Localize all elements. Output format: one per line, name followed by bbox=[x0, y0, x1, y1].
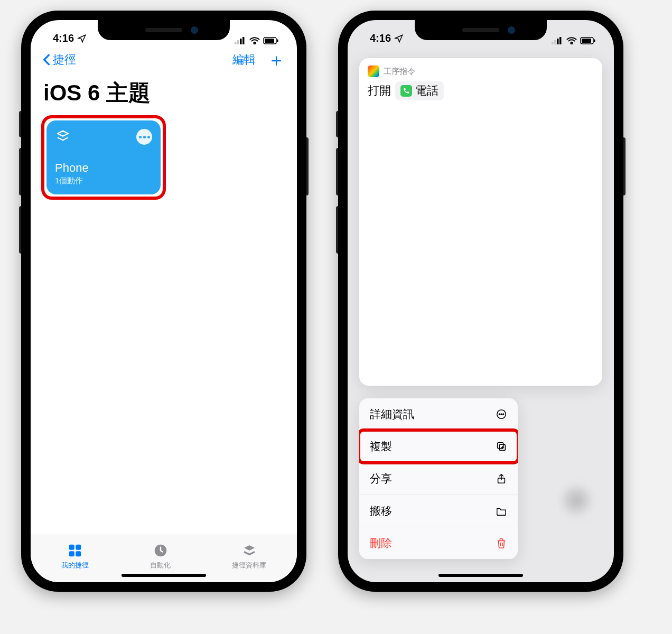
svg-rect-10 bbox=[76, 551, 81, 556]
duplicate-icon bbox=[496, 441, 507, 452]
phone-right: 4:16 工序指令 打開 電話 bbox=[338, 11, 623, 592]
nav-bar: 捷徑 編輯 ＋ bbox=[31, 46, 297, 73]
screen-shortcuts-folder: 4:16 捷徑 編輯 ＋ iOS 6 主題 bbox=[31, 20, 297, 582]
battery-icon bbox=[580, 37, 596, 44]
action-target-badge: 電話 bbox=[395, 81, 444, 100]
svg-rect-18 bbox=[594, 40, 595, 42]
menu-duplicate[interactable]: 複製 bbox=[359, 431, 518, 463]
svg-rect-3 bbox=[242, 37, 245, 44]
menu-label: 詳細資訊 bbox=[370, 407, 414, 422]
svg-point-21 bbox=[501, 414, 502, 415]
menu-label: 分享 bbox=[370, 471, 392, 486]
tile-title: Phone bbox=[55, 161, 152, 175]
home-indicator[interactable] bbox=[438, 574, 523, 577]
trash-icon bbox=[496, 537, 507, 549]
menu-label: 搬移 bbox=[370, 504, 392, 518]
action-target-label: 電話 bbox=[415, 83, 438, 99]
page-title: iOS 6 主題 bbox=[31, 73, 297, 115]
svg-point-22 bbox=[503, 414, 504, 415]
layers-icon bbox=[241, 543, 257, 558]
svg-rect-12 bbox=[552, 42, 554, 44]
wifi-icon bbox=[249, 37, 260, 44]
status-time: 4:16 bbox=[53, 32, 74, 44]
share-icon bbox=[496, 473, 507, 484]
svg-rect-14 bbox=[557, 39, 559, 44]
tab-automation[interactable]: 自動化 bbox=[150, 543, 171, 570]
shortcut-icon bbox=[55, 129, 71, 147]
menu-details[interactable]: 詳細資訊 bbox=[359, 398, 518, 431]
svg-rect-13 bbox=[554, 40, 556, 44]
menu-move[interactable]: 搬移 bbox=[359, 495, 518, 527]
svg-rect-2 bbox=[240, 39, 242, 44]
tab-label: 捷徑資料庫 bbox=[232, 561, 266, 570]
svg-point-20 bbox=[499, 414, 500, 415]
menu-label: 刪除 bbox=[370, 536, 392, 551]
home-indicator[interactable] bbox=[122, 574, 206, 577]
tab-label: 自動化 bbox=[150, 561, 171, 570]
tab-my-shortcuts[interactable]: 我的捷徑 bbox=[61, 543, 89, 570]
add-button[interactable]: ＋ bbox=[267, 51, 285, 69]
screen-context-menu: 4:16 工序指令 打開 電話 bbox=[348, 20, 614, 582]
highlight-annotation: Phone 1個動作 bbox=[41, 115, 166, 200]
edit-button[interactable]: 編輯 bbox=[232, 52, 256, 68]
folder-icon bbox=[496, 505, 507, 517]
notch bbox=[415, 20, 547, 40]
tab-label: 我的捷徑 bbox=[61, 561, 89, 570]
shortcuts-app-icon bbox=[368, 66, 379, 77]
more-circle-icon bbox=[496, 408, 507, 420]
back-label: 捷徑 bbox=[53, 52, 76, 68]
tile-more-button[interactable] bbox=[136, 129, 152, 145]
menu-share[interactable]: 分享 bbox=[359, 463, 518, 495]
svg-rect-1 bbox=[237, 40, 239, 44]
location-icon bbox=[77, 34, 87, 43]
action-row: 打開 電話 bbox=[368, 81, 594, 100]
context-menu: 詳細資訊 複製 分享 搬移 刪除 bbox=[359, 398, 518, 559]
action-verb: 打開 bbox=[368, 83, 391, 99]
tab-gallery[interactable]: 捷徑資料庫 bbox=[232, 543, 266, 570]
status-time: 4:16 bbox=[370, 32, 391, 44]
battery-icon bbox=[263, 37, 279, 44]
svg-rect-0 bbox=[235, 42, 237, 44]
location-icon bbox=[394, 34, 404, 43]
svg-rect-9 bbox=[69, 551, 74, 556]
clock-icon bbox=[153, 543, 169, 558]
shortcut-tile-phone[interactable]: Phone 1個動作 bbox=[46, 120, 161, 194]
phone-left: 4:16 捷徑 編輯 ＋ iOS 6 主題 bbox=[21, 11, 306, 592]
back-button[interactable]: 捷徑 bbox=[42, 52, 76, 68]
cellular-icon bbox=[235, 37, 246, 44]
notch bbox=[98, 20, 230, 40]
shortcut-preview-card[interactable]: 工序指令 打開 電話 bbox=[359, 58, 602, 386]
menu-delete[interactable]: 刪除 bbox=[359, 527, 518, 559]
tile-subtitle: 1個動作 bbox=[55, 176, 152, 186]
grid-icon bbox=[67, 543, 83, 558]
wifi-icon bbox=[566, 37, 577, 44]
svg-rect-15 bbox=[559, 37, 562, 44]
chevron-left-icon bbox=[42, 54, 51, 66]
svg-rect-17 bbox=[582, 39, 591, 43]
preview-app-label: 工序指令 bbox=[384, 67, 415, 77]
cellular-icon bbox=[552, 37, 563, 44]
background-blur bbox=[558, 482, 595, 519]
svg-rect-7 bbox=[69, 544, 74, 549]
svg-rect-8 bbox=[76, 544, 81, 549]
menu-label: 複製 bbox=[370, 439, 392, 454]
svg-rect-6 bbox=[277, 40, 278, 42]
phone-app-icon bbox=[400, 85, 412, 97]
svg-rect-5 bbox=[265, 39, 274, 43]
